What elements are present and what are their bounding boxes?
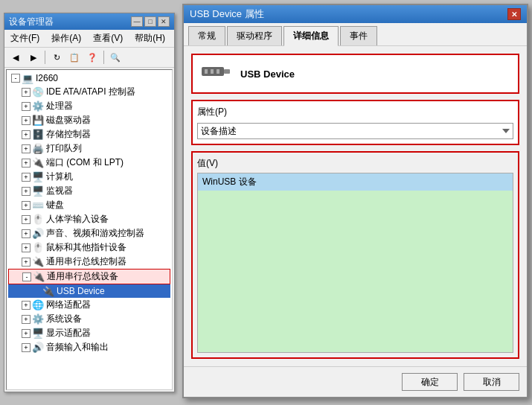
svg-rect-4 xyxy=(217,69,219,74)
tree-item-system[interactable]: + ⚙️ 系统设备 xyxy=(8,312,170,326)
expander-mouse[interactable]: + xyxy=(22,243,31,252)
dialog-title: USB Device 属性 xyxy=(190,7,264,21)
dialog-close-button[interactable]: ✕ xyxy=(507,8,521,20)
device-tree[interactable]: - 💻 I2660 + 💿 IDE ATA/ATAPI 控制器 + ⚙️ 处理器… xyxy=(6,69,173,390)
properties-button[interactable]: 📋 xyxy=(66,49,83,66)
usb-device-icon xyxy=(202,61,231,86)
device-header-name: USB Device xyxy=(240,68,295,80)
tree-item-proc[interactable]: + ⚙️ 处理器 xyxy=(8,99,170,113)
icon-usbctrl: 🔌 xyxy=(32,256,44,268)
tree-item-usbdevice[interactable]: 🔌 USB Device xyxy=(8,284,170,298)
dialog-content: USB Device 属性(P) 设备描述 硬件 ID 兼容 ID 类 类 GU… xyxy=(184,46,527,366)
expander-network[interactable]: + xyxy=(22,301,31,310)
tree-item-storage[interactable]: + 🗄️ 存储控制器 xyxy=(8,127,170,141)
dialog-titlebar: USB Device 属性 ✕ xyxy=(184,5,527,23)
icon-ports: 🔌 xyxy=(32,157,44,169)
refresh-button[interactable]: ↻ xyxy=(48,49,65,66)
expander-usbdev[interactable]: - xyxy=(22,272,31,281)
tab-driver[interactable]: 驱动程序 xyxy=(227,26,282,45)
expander-usbctrl[interactable]: + xyxy=(22,258,31,267)
icon-storage: 🗄️ xyxy=(32,129,44,141)
properties-dialog: USB Device 属性 ✕ 常规 驱动程序 详细信息 事件 USB Devi… xyxy=(182,4,528,398)
expander-keyboard[interactable]: + xyxy=(22,201,31,210)
expander-display[interactable]: + xyxy=(22,329,31,338)
property-section: 属性(P) 设备描述 硬件 ID 兼容 ID 类 类 GUID xyxy=(191,100,519,145)
value-list[interactable]: WinUSB 设备 xyxy=(197,173,513,353)
minimize-button[interactable]: — xyxy=(131,16,143,27)
expander-disk[interactable]: + xyxy=(22,116,31,125)
label-sound: 声音、视频和游戏控制器 xyxy=(46,227,144,240)
tree-item-network[interactable]: + 🌐 网络适配器 xyxy=(8,298,170,312)
forward-button[interactable]: ▶ xyxy=(25,49,42,66)
expander-audio[interactable]: + xyxy=(22,343,31,352)
icon-hid: 🖱️ xyxy=(32,214,44,226)
tree-item-keyboard[interactable]: + ⌨️ 键盘 xyxy=(8,198,170,212)
icon-ide: 💿 xyxy=(32,86,44,98)
property-dropdown[interactable]: 设备描述 硬件 ID 兼容 ID 类 类 GUID xyxy=(197,123,513,139)
menu-action[interactable]: 操作(A) xyxy=(48,31,84,45)
tree-item-audio[interactable]: + 🔊 音频输入和输出 xyxy=(8,340,170,354)
toolbar: ◀ ▶ ↻ 📋 ❓ 🔍 xyxy=(4,48,174,68)
tree-item-usbdev[interactable]: - 🔌 通用串行总线设备 xyxy=(8,269,170,284)
icon-computer: 🖥️ xyxy=(32,171,44,183)
expander-ports[interactable]: + xyxy=(22,159,31,168)
tree-item-ide[interactable]: + 💿 IDE ATA/ATAPI 控制器 xyxy=(8,85,170,99)
device-manager-title: 设备管理器 xyxy=(9,16,54,28)
icon-proc: ⚙️ xyxy=(32,101,44,112)
label-proc: 处理器 xyxy=(46,100,73,112)
maximize-button[interactable]: □ xyxy=(144,16,156,27)
tree-item-sound[interactable]: + 🔊 声音、视频和游戏控制器 xyxy=(8,226,170,240)
icon-sound: 🔊 xyxy=(32,228,44,240)
expander-storage[interactable]: + xyxy=(22,130,31,139)
svg-rect-2 xyxy=(205,69,208,74)
cancel-button[interactable]: 取消 xyxy=(464,373,519,391)
label-print: 打印队列 xyxy=(46,142,82,155)
scan-button[interactable]: 🔍 xyxy=(107,49,124,66)
back-button[interactable]: ◀ xyxy=(7,49,24,66)
close-button[interactable]: ✕ xyxy=(158,16,170,27)
tab-details[interactable]: 详细信息 xyxy=(283,26,339,46)
icon-audio: 🔊 xyxy=(32,342,44,354)
value-section: 值(V) WinUSB 设备 xyxy=(191,151,519,359)
help-button[interactable]: ❓ xyxy=(84,49,100,66)
icon-keyboard: ⌨️ xyxy=(32,200,44,211)
label-audio: 音频输入和输出 xyxy=(46,341,109,354)
tree-item-mouse[interactable]: + 🖱️ 鼠标和其他指针设备 xyxy=(8,240,170,255)
expander-root[interactable]: - xyxy=(11,74,20,83)
expander-monitor[interactable]: + xyxy=(22,187,31,196)
label-computer: 计算机 xyxy=(46,170,73,183)
tree-item-display[interactable]: + 🖥️ 显示适配器 xyxy=(8,326,170,340)
expander-ide[interactable]: + xyxy=(22,88,31,97)
icon-disk: 💾 xyxy=(32,115,44,127)
label-monitor: 监视器 xyxy=(46,185,73,197)
expander-hid[interactable]: + xyxy=(22,215,31,224)
tree-item-computer[interactable]: + 🖥️ 计算机 xyxy=(8,170,170,184)
menu-view[interactable]: 查看(V) xyxy=(90,31,126,45)
device-manager-titlebar: 设备管理器 — □ ✕ xyxy=(4,13,174,30)
tab-events[interactable]: 事件 xyxy=(340,26,377,45)
tab-bar: 常规 驱动程序 详细信息 事件 xyxy=(184,23,527,46)
expander-system[interactable]: + xyxy=(22,315,31,324)
value-list-item[interactable]: WinUSB 设备 xyxy=(198,173,513,191)
menu-file[interactable]: 文件(F) xyxy=(7,31,42,45)
expander-computer[interactable]: + xyxy=(22,173,31,182)
tab-general[interactable]: 常规 xyxy=(188,26,225,45)
confirm-button[interactable]: 确定 xyxy=(402,373,458,391)
tree-item-disk[interactable]: + 💾 磁盘驱动器 xyxy=(8,113,170,127)
menu-help[interactable]: 帮助(H) xyxy=(132,31,168,45)
expander-print[interactable]: + xyxy=(22,144,31,153)
tree-item-ports[interactable]: + 🔌 端口 (COM 和 LPT) xyxy=(8,156,170,170)
tree-item-monitor[interactable]: + 🖥️ 监视器 xyxy=(8,184,170,198)
tree-item-hid[interactable]: + 🖱️ 人体学输入设备 xyxy=(8,212,170,226)
tree-item-print[interactable]: + 🖨️ 打印队列 xyxy=(8,141,170,156)
icon-network: 🌐 xyxy=(32,299,44,311)
tree-item-root[interactable]: - 💻 I2660 xyxy=(8,71,170,85)
expander-sound[interactable]: + xyxy=(22,229,31,238)
toolbar-separator-2 xyxy=(103,51,104,64)
icon-root: 💻 xyxy=(22,72,33,84)
toolbar-separator-1 xyxy=(45,51,45,64)
dialog-buttons: 确定 取消 xyxy=(184,366,527,397)
expander-proc[interactable]: + xyxy=(22,102,31,111)
tree-item-usbctrl[interactable]: + 🔌 通用串行总线控制器 xyxy=(8,255,170,269)
label-hid: 人体学输入设备 xyxy=(46,213,109,226)
